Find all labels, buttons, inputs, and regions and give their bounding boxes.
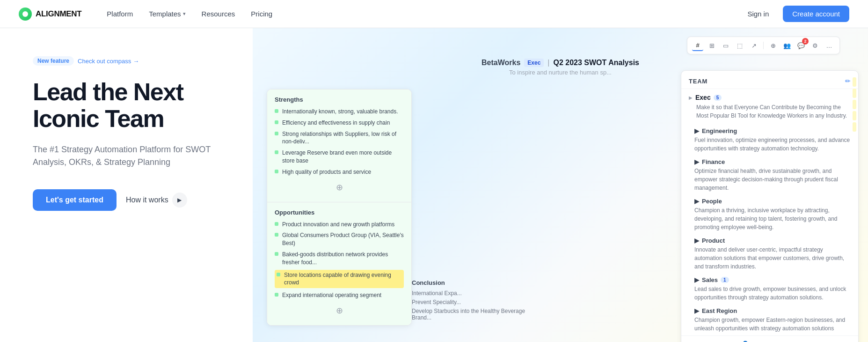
product-header[interactable]: ▶ Product — [694, 237, 851, 244]
team-edit-icon[interactable]: ✏ — [845, 77, 851, 85]
swot-item: Product innovation and new growth platfo… — [275, 221, 404, 229]
logo-icon — [19, 7, 32, 21]
people-desc: Champion a thriving, inclusive workplace… — [694, 206, 851, 231]
team-item-exec-header[interactable]: ▶ Exec 5 — [689, 94, 851, 101]
toolbar: # ⊞ ▭ ⬚ ↗ ⊕ 👥 💬 2 ⚙ … — [687, 37, 840, 54]
conclusion-item: Develop Starbucks into the Healthy Bever… — [412, 308, 533, 321]
conclusion-title: Conclusion — [412, 279, 533, 286]
toolbar-filter-icon[interactable]: ⊕ — [767, 40, 779, 51]
team-item-east-region: ▶ East Region Champion growth, empower E… — [681, 305, 858, 335]
toolbar-comment-wrap: 💬 2 — [795, 40, 807, 51]
doc-main-title: Q2 2023 SWOT Analysis — [554, 59, 639, 67]
toolbar-users-icon[interactable]: 👥 — [781, 40, 793, 51]
toolbar-grid-icon[interactable]: ⊞ — [706, 40, 717, 51]
strengths-title: Strengths — [275, 96, 404, 103]
team-item-sales: ▶ Sales 1 Lead sales to drive growth, em… — [681, 274, 858, 305]
finance-arrow-icon: ▶ — [694, 158, 699, 165]
toolbar-minus-icon[interactable]: ▭ — [720, 40, 731, 51]
swot-item: Store locations capable of drawing eveni… — [275, 270, 404, 289]
hero-cta: Let's get started How it works ▶ — [33, 189, 234, 211]
opportunities-title: Opportunities — [275, 209, 404, 216]
sales-desc: Lead sales to drive growth, empower busi… — [694, 285, 851, 302]
new-feature-badge: New feature — [33, 56, 74, 66]
swot-panel: Strengths Internationally known, strong,… — [267, 89, 412, 326]
side-bar-2 — [853, 89, 856, 98]
sales-header[interactable]: ▶ Sales 1 — [694, 276, 851, 283]
nav-resources[interactable]: Resources — [195, 7, 242, 21]
toolbar-arrow-icon[interactable]: ↗ — [748, 40, 759, 51]
arrow-icon: → — [133, 58, 139, 65]
hero-title: Lead the Next Iconic Team — [33, 79, 234, 132]
people-header[interactable]: ▶ People — [694, 198, 851, 205]
swot-dot — [275, 233, 278, 237]
toolbar-more-icon[interactable]: … — [824, 40, 835, 51]
swot-opportunities: Opportunities Product innovation and new… — [267, 202, 411, 325]
swot-dot — [275, 150, 278, 154]
swot-item: Baked-goods distribution network provide… — [275, 251, 404, 267]
people-arrow-icon: ▶ — [694, 198, 699, 205]
document-title-row: BetaWorks Exec | Q2 2023 SWOT Analysis — [253, 59, 868, 67]
toolbar-hash-icon[interactable]: # — [692, 40, 703, 51]
navigation: ALIGNMENT Platform Templates ▾ Resources… — [0, 0, 868, 28]
engineering-desc: Fuel innovation, optimize engineering pr… — [694, 136, 851, 153]
swot-item: High quality of products and service — [275, 168, 404, 176]
hero-section: New feature Check out compass → Lead the… — [0, 28, 253, 342]
nav-pricing[interactable]: Pricing — [244, 7, 279, 21]
templates-chevron: ▾ — [183, 11, 186, 17]
strengths-add-button[interactable]: ⊕ — [275, 179, 404, 195]
how-it-works-link[interactable]: How it works ▶ — [126, 193, 187, 208]
team-footer: + + New team 👤 Team settings — [681, 335, 858, 342]
exec-badge: 5 — [714, 95, 722, 101]
swot-item: Global Consumers Product Group (VIA, Sea… — [275, 231, 404, 247]
play-icon: ▶ — [172, 193, 187, 208]
side-bar-5 — [853, 122, 856, 132]
nav-links: Platform Templates ▾ Resources Pricing — [100, 7, 739, 21]
product-desc: Innovate and deliver user-centric, impac… — [694, 245, 851, 271]
doc-company: BetaWorks — [481, 59, 520, 67]
east-region-arrow-icon: ▶ — [694, 307, 699, 314]
signin-button[interactable]: Sign in — [739, 6, 777, 22]
team-item-engineering: ▶ Engineering Fuel innovation, optimize … — [681, 125, 858, 156]
swot-dot — [275, 293, 278, 297]
engineering-header[interactable]: ▶ Engineering — [694, 127, 851, 134]
swot-item: Expand international operating segment — [275, 291, 404, 299]
team-item-product: ▶ Product Innovate and deliver user-cent… — [681, 234, 858, 274]
swot-dot — [275, 252, 278, 256]
hero-badge: New feature Check out compass → — [33, 56, 234, 66]
conclusion-item: Prevent Speciality... — [412, 299, 533, 305]
side-bar-4 — [853, 111, 856, 120]
opportunities-add-button[interactable]: ⊕ — [275, 303, 404, 319]
logo[interactable]: ALIGNMENT — [19, 7, 81, 21]
get-started-button[interactable]: Let's get started — [33, 189, 117, 211]
east-region-header[interactable]: ▶ East Region — [694, 307, 851, 314]
compass-link[interactable]: Check out compass → — [78, 58, 139, 65]
team-panel: TEAM ✏ ▶ Exec 5 Make it so that Everyone… — [681, 70, 859, 342]
swot-dot — [275, 120, 278, 124]
content-area: # ⊞ ▭ ⬚ ↗ ⊕ 👥 💬 2 ⚙ … BetaWorks Exec | Q… — [253, 28, 868, 342]
main-content: New feature Check out compass → Lead the… — [0, 28, 868, 342]
exec-desc: Make it so that Everyone Can Contribute … — [689, 103, 851, 120]
doc-divider: | — [547, 59, 549, 67]
toolbar-divider-1 — [763, 42, 764, 49]
side-bar-3 — [853, 100, 856, 109]
nav-platform[interactable]: Platform — [100, 7, 139, 21]
conclusion-item: International Expa... — [412, 290, 533, 297]
swot-item: Internationally known, strong, valuable … — [275, 108, 404, 116]
team-item-finance: ▶ Finance Optimize financial health, dri… — [681, 156, 858, 195]
finance-header[interactable]: ▶ Finance — [694, 158, 851, 165]
team-side-bars — [851, 71, 858, 342]
sales-badge: 1 — [721, 277, 729, 283]
conclusion-area: Conclusion International Expa... Prevent… — [412, 279, 533, 323]
create-account-button[interactable]: Create account — [783, 6, 849, 22]
swot-dot — [275, 132, 278, 135]
swot-dot — [277, 273, 280, 276]
exec-name: Exec — [695, 94, 711, 101]
nav-templates[interactable]: Templates ▾ — [142, 7, 192, 21]
toolbar-box-icon[interactable]: ⬚ — [734, 40, 745, 51]
east-region-desc: Champion growth, empower Eastern-region … — [694, 316, 851, 333]
exec-arrow-icon: ▶ — [689, 95, 693, 100]
swot-strengths: Strengths Internationally known, strong,… — [267, 89, 411, 202]
toolbar-settings-icon[interactable]: ⚙ — [810, 40, 821, 51]
swot-item: Efficiency and effectiveness in supply c… — [275, 119, 404, 127]
doc-exec-badge: Exec — [524, 59, 544, 67]
